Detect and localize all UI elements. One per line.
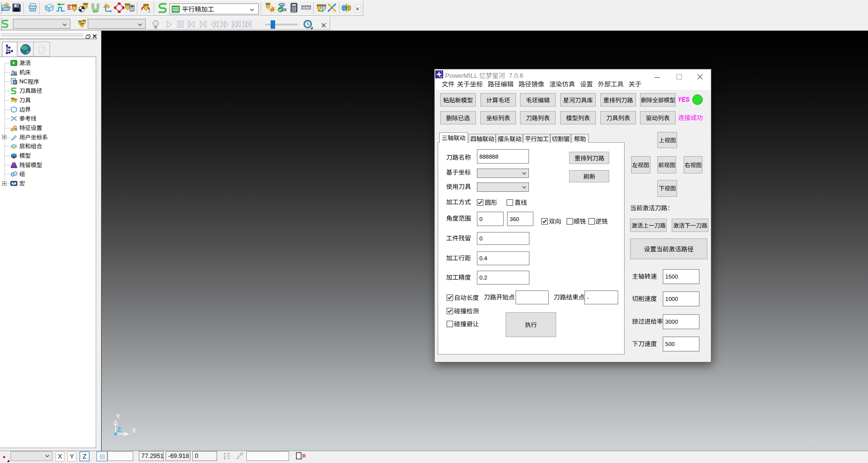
svg-text:X: X <box>132 427 136 434</box>
svg-text:Z: Z <box>117 426 121 433</box>
svg-text:z: z <box>224 457 226 460</box>
svg-text:Y: Y <box>116 412 120 420</box>
